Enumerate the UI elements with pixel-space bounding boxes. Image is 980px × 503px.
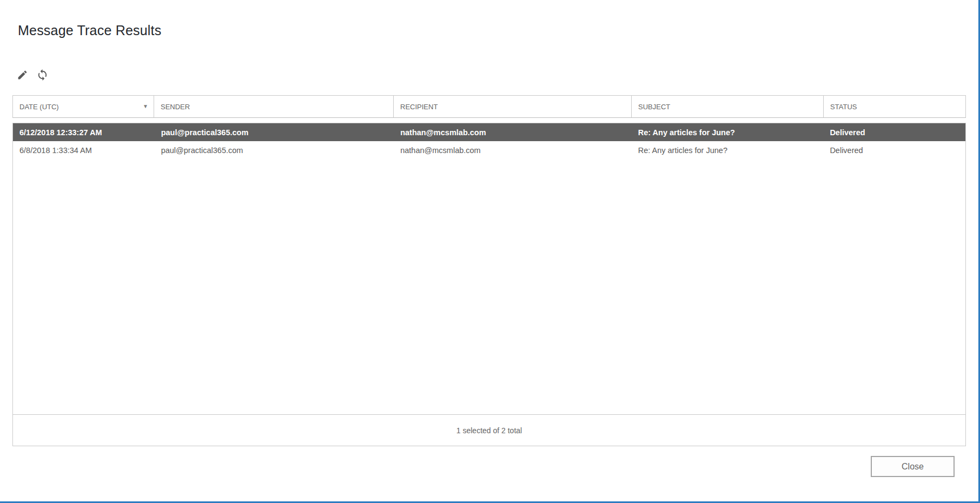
cell-date: 6/12/2018 12:33:27 AM	[13, 128, 155, 137]
column-header-subject[interactable]: SUBJECT	[632, 95, 824, 118]
cell-recipient: nathan@mcsmlab.com	[394, 128, 632, 137]
column-header-sender-label: SENDER	[161, 103, 190, 111]
cell-sender: paul@practical365.com	[155, 146, 394, 155]
column-header-subject-label: SUBJECT	[638, 103, 670, 111]
selection-summary: 1 selected of 2 total	[13, 414, 965, 446]
column-header-date[interactable]: DATE (UTC) ▼	[12, 95, 154, 118]
table-row-selected[interactable]: 6/12/2018 12:33:27 AM paul@practical365.…	[13, 123, 965, 141]
cell-subject: Re: Any articles for June?	[632, 128, 824, 137]
toolbar	[16, 69, 49, 82]
column-header-status-label: STATUS	[830, 103, 857, 111]
page-title: Message Trace Results	[18, 23, 161, 38]
sort-dropdown-icon[interactable]: ▼	[143, 104, 148, 109]
message-trace-dialog: Message Trace Results DATE (UTC) ▼ SENDE…	[0, 0, 980, 503]
pencil-icon	[17, 69, 28, 82]
edit-search-button[interactable]	[16, 69, 29, 82]
cell-date: 6/8/2018 1:33:34 AM	[13, 146, 155, 155]
grid-empty-area	[13, 159, 965, 414]
refresh-button[interactable]	[36, 69, 49, 82]
column-header-recipient-label: RECIPIENT	[400, 103, 438, 111]
column-header-sender[interactable]: SENDER	[154, 95, 394, 118]
column-header-date-label: DATE (UTC)	[19, 103, 59, 111]
close-button[interactable]: Close	[871, 456, 955, 477]
cell-sender: paul@practical365.com	[155, 128, 394, 137]
refresh-icon	[36, 69, 49, 83]
column-header-recipient[interactable]: RECIPIENT	[394, 95, 632, 118]
table-header: DATE (UTC) ▼ SENDER RECIPIENT SUBJECT ST…	[12, 95, 966, 118]
cell-subject: Re: Any articles for June?	[632, 146, 824, 155]
cell-status: Delivered	[823, 128, 965, 137]
cell-status: Delivered	[823, 146, 965, 155]
table-row[interactable]: 6/8/2018 1:33:34 AM paul@practical365.co…	[13, 141, 965, 159]
results-grid: 6/12/2018 12:33:27 AM paul@practical365.…	[12, 123, 966, 446]
cell-recipient: nathan@mcsmlab.com	[394, 146, 632, 155]
column-header-status[interactable]: STATUS	[824, 95, 966, 118]
